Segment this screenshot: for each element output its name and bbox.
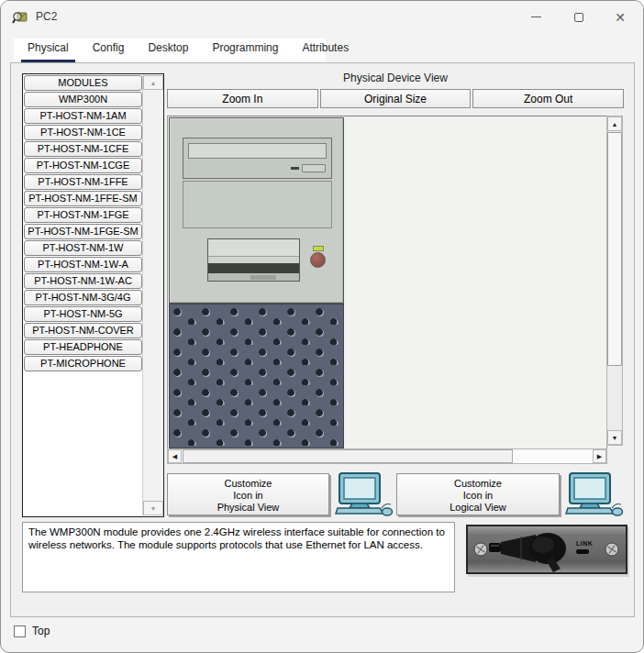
module-item[interactable]: PT-HOST-NM-1FFE (24, 174, 142, 190)
module-item[interactable]: PT-HOST-NM-1FGE-SM (24, 224, 142, 239)
pc-icon (334, 471, 394, 517)
cd-activity-light (291, 167, 299, 170)
floppy-face (208, 239, 299, 257)
customize-line: Customize (403, 478, 553, 490)
minimize-button[interactable] (515, 1, 557, 33)
module-item[interactable]: WMP300N (24, 92, 142, 107)
horizontal-scroll-thumb[interactable] (183, 449, 513, 463)
scroll-right-icon[interactable]: ▶ (593, 449, 606, 463)
physical-device-view-title: Physical Device View (167, 72, 624, 84)
tab-bar: Physical Config Desktop Programming Attr… (14, 39, 326, 62)
modules-header: MODULES (24, 75, 142, 91)
module-item[interactable]: PT-HOST-NM-3G/4G (24, 290, 142, 305)
cd-tray (188, 143, 327, 159)
module-item[interactable]: PT-HOST-NM-1CGE (24, 158, 142, 173)
cd-eject-button (302, 164, 326, 172)
packet-tracer-logo-icon (12, 9, 28, 26)
customize-line: Logical View (403, 502, 553, 514)
link-led (576, 549, 589, 554)
tab-attributes[interactable]: Attributes (295, 37, 355, 62)
customize-line: Physical View (173, 502, 323, 514)
top-checkbox-label: Top (32, 625, 50, 637)
original-size-button[interactable]: Original Size (320, 89, 472, 108)
module-item[interactable]: PT-HOST-NM-1FFE-SM (24, 191, 142, 206)
zoom-out-button[interactable]: Zoom Out (472, 89, 624, 108)
module-item[interactable]: PT-HOST-NM-1FGE (24, 207, 142, 223)
scroll-down-icon[interactable]: ▼ (607, 430, 622, 445)
modules-panel: MODULES WMP300NPT-HOST-NM-1AMPT-HOST-NM-… (22, 73, 164, 517)
floppy-eject (250, 275, 276, 280)
titlebar: PC2 ✕ (1, 1, 643, 34)
top-checkbox[interactable] (14, 625, 26, 637)
screw-icon (474, 543, 487, 556)
tower-vent-grille (169, 304, 344, 448)
close-icon: ✕ (615, 11, 626, 24)
module-list-scrollbar[interactable]: ▲ ▼ (142, 75, 162, 515)
floppy-drive (207, 238, 300, 282)
close-button[interactable]: ✕ (599, 1, 641, 33)
customize-icon-logical-view-button[interactable]: Customize Icon in Logical View (396, 473, 560, 515)
drive-bay-cover (183, 181, 332, 228)
module-list: MODULES WMP300NPT-HOST-NM-1AMPT-HOST-NM-… (24, 75, 142, 372)
module-item[interactable]: PT-HOST-NM-1W (24, 240, 142, 256)
device-canvas[interactable] (167, 116, 607, 449)
canvas-vertical-scrollbar[interactable]: ▲ ▼ (606, 116, 623, 446)
tower-case (169, 117, 344, 304)
module-item[interactable]: PT-HOST-NM-1AM (24, 108, 142, 124)
screw-icon (605, 543, 618, 556)
module-item[interactable]: PT-HOST-NM-1CFE (24, 141, 142, 157)
module-faceplate: LINK (468, 526, 626, 572)
minimize-icon (531, 17, 541, 17)
scroll-up-icon[interactable]: ▲ (607, 116, 622, 131)
vertical-scroll-thumb[interactable] (607, 132, 622, 366)
module-item[interactable]: PT-MICROPHONE (24, 356, 142, 371)
maximize-button[interactable] (558, 1, 600, 33)
customize-line: Icon in (403, 490, 553, 502)
module-item[interactable]: PT-HOST-NM-5G (24, 306, 142, 322)
floppy-slot (208, 263, 299, 273)
power-led (313, 246, 324, 251)
tab-programming[interactable]: Programming (205, 37, 284, 62)
tab-physical[interactable]: Physical (21, 37, 75, 62)
zoom-controls: Zoom In Original Size Zoom Out (167, 89, 624, 108)
module-item[interactable]: PT-HEADPHONE (24, 339, 142, 355)
module-item[interactable]: PT-HOST-NM-1W-AC (24, 273, 142, 289)
module-item[interactable]: PT-HOST-NM-1CE (24, 125, 142, 140)
pc-icon (564, 471, 625, 517)
link-label: LINK (576, 540, 593, 547)
module-item[interactable]: PT-HOST-NM-COVER (24, 323, 142, 338)
antenna-icon (489, 533, 566, 572)
wmp300n-module-image: LINK (466, 525, 627, 574)
zoom-in-button[interactable]: Zoom In (167, 89, 318, 108)
tab-desktop[interactable]: Desktop (141, 37, 194, 62)
module-description: The WMP300N module provides one 2.4GHz w… (22, 522, 455, 592)
scroll-down-icon[interactable]: ▼ (143, 501, 163, 515)
physical-tab-page: MODULES WMP300NPT-HOST-NM-1AMPT-HOST-NM-… (10, 62, 635, 617)
customize-line: Icon in (173, 490, 323, 502)
maximize-icon (574, 13, 583, 22)
customize-line: Customize (173, 478, 323, 490)
module-item[interactable]: PT-HOST-NM-1W-A (24, 257, 142, 272)
customize-icon-physical-view-button[interactable]: Customize Icon in Physical View (167, 473, 329, 515)
cd-drive (183, 138, 332, 179)
scroll-up-icon[interactable]: ▲ (143, 75, 163, 90)
tab-config[interactable]: Config (86, 37, 131, 62)
window: PC2 ✕ Physical Config Desktop Programmin… (0, 0, 644, 653)
window-title: PC2 (36, 10, 57, 23)
pc-tower-image[interactable] (169, 117, 344, 448)
canvas-horizontal-scrollbar[interactable]: ◀ ▶ (167, 448, 607, 464)
scroll-left-icon[interactable]: ◀ (168, 449, 182, 463)
power-button[interactable] (310, 252, 326, 268)
